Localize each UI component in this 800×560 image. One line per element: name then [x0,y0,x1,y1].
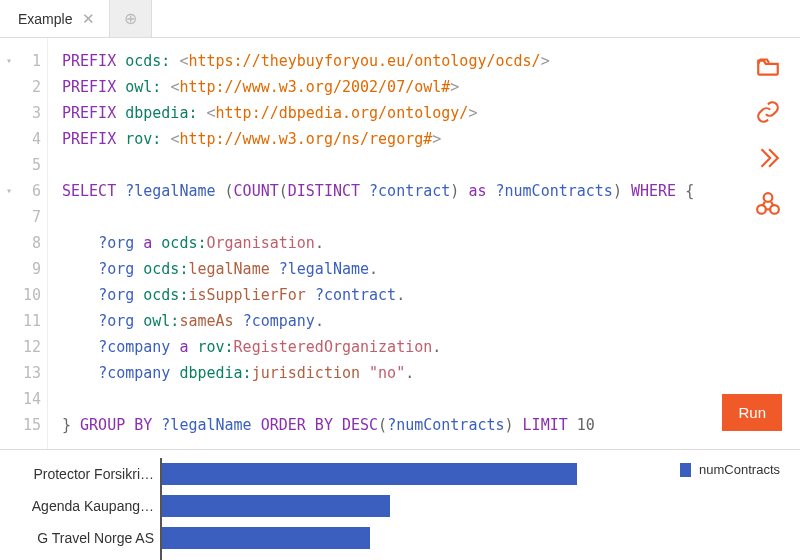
results-chart: numContracts Protector Forsikri…Agenda K… [0,450,800,560]
fold-marker[interactable] [0,152,18,178]
chart-legend: numContracts [680,462,780,477]
code-line[interactable]: PREFIX dbpedia: <http://dbpedia.org/onto… [62,100,694,126]
line-number: 10 [18,282,41,308]
line-number: 9 [18,256,41,282]
code-line[interactable]: ?company dbpedia:jurisdiction "no". [62,360,694,386]
fold-marker[interactable] [0,256,18,282]
code-line[interactable]: PREFIX owl: <http://www.w3.org/2002/07/o… [62,74,694,100]
code-line[interactable] [62,386,694,412]
folder-open-icon[interactable] [754,52,782,80]
line-number: 12 [18,334,41,360]
chart-bars [160,458,660,560]
link-icon[interactable] [754,98,782,126]
close-icon[interactable]: ✕ [82,11,95,26]
chart-y-labels: Protector Forsikri…Agenda Kaupang…G Trav… [0,458,160,560]
chart-bar[interactable] [162,527,370,549]
chevrons-right-icon[interactable] [754,144,782,172]
chart-category-label: Agenda Kaupang… [0,490,160,522]
fold-marker[interactable] [0,360,18,386]
chart-bar[interactable] [162,463,577,485]
editor-area: ▾▾ 123456789101112131415 PREFIX ocds: <h… [0,38,800,450]
line-number: 6 [18,178,41,204]
run-button[interactable]: Run [722,394,782,431]
side-toolbar [754,52,782,218]
plus-icon: ⊕ [124,9,137,28]
code-editor[interactable]: ▾▾ 123456789101112131415 PREFIX ocds: <h… [0,38,800,449]
chart-bar[interactable] [162,495,390,517]
code-line[interactable]: ?org ocds:legalName ?legalName. [62,256,694,282]
line-number: 3 [18,100,41,126]
tab-example[interactable]: Example ✕ [0,0,110,37]
fold-marker[interactable] [0,308,18,334]
tab-label: Example [18,11,72,27]
svg-point-0 [764,193,773,202]
code-line[interactable] [62,152,694,178]
fold-marker[interactable] [0,412,18,438]
code-line[interactable] [62,204,694,230]
code-line[interactable]: ?org owl:sameAs ?company. [62,308,694,334]
fold-marker[interactable]: ▾ [0,178,18,204]
code-line[interactable]: ?org a ocds:Organisation. [62,230,694,256]
line-number: 2 [18,74,41,100]
fold-marker[interactable] [0,282,18,308]
code-line[interactable]: SELECT ?legalName (COUNT(DISTINCT ?contr… [62,178,694,204]
svg-point-2 [770,205,779,214]
code-line[interactable]: ?company a rov:RegisteredOrganization. [62,334,694,360]
line-number: 14 [18,386,41,412]
fold-marker[interactable]: ▾ [0,48,18,74]
svg-point-1 [757,205,766,214]
fold-marker[interactable] [0,386,18,412]
chart-category-label: G Travel Norge AS [0,522,160,554]
line-number: 5 [18,152,41,178]
line-number: 1 [18,48,41,74]
line-number: 4 [18,126,41,152]
legend-swatch [680,463,691,477]
line-number: 8 [18,230,41,256]
code-line[interactable]: PREFIX rov: <http://www.w3.org/ns/regorg… [62,126,694,152]
line-number: 13 [18,360,41,386]
fold-gutter[interactable]: ▾▾ [0,38,18,449]
code-line[interactable]: PREFIX ocds: <https://theybuyforyou.eu/o… [62,48,694,74]
chart-category-label: Protector Forsikri… [0,458,160,490]
code-line[interactable]: } GROUP BY ?legalName ORDER BY DESC(?num… [62,412,694,438]
fold-marker[interactable] [0,100,18,126]
fold-marker[interactable] [0,230,18,256]
tab-add[interactable]: ⊕ [110,0,152,37]
tab-bar: Example ✕ ⊕ [0,0,800,38]
legend-label: numContracts [699,462,780,477]
code-line[interactable]: ?org ocds:isSupplierFor ?contract. [62,282,694,308]
fold-marker[interactable] [0,334,18,360]
fold-marker[interactable] [0,74,18,100]
fold-marker[interactable] [0,126,18,152]
line-number: 7 [18,204,41,230]
line-number: 11 [18,308,41,334]
graph-icon[interactable] [754,190,782,218]
chart-body: Protector Forsikri…Agenda Kaupang…G Trav… [0,458,660,560]
fold-marker[interactable] [0,204,18,230]
code-content[interactable]: PREFIX ocds: <https://theybuyforyou.eu/o… [48,38,702,449]
line-number: 15 [18,412,41,438]
line-number-gutter: 123456789101112131415 [18,38,48,449]
